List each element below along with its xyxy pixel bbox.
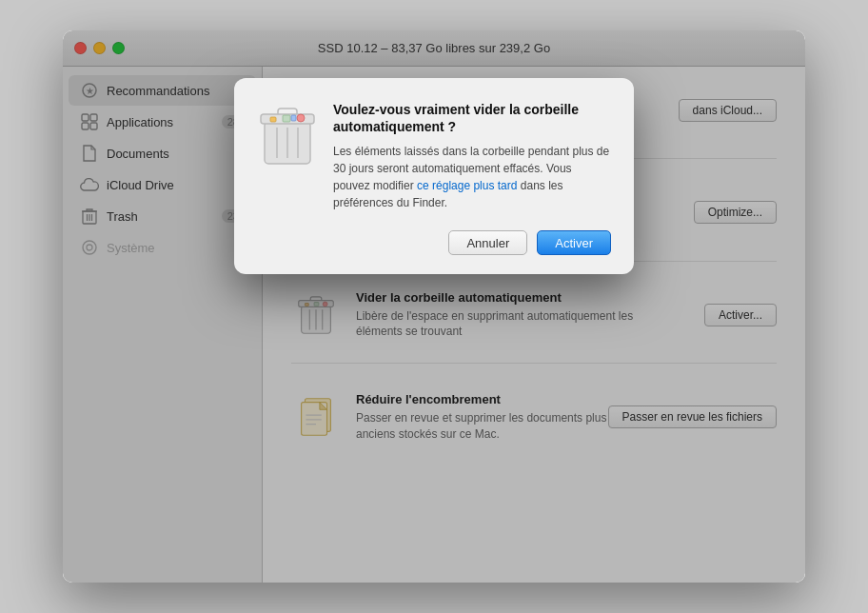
modal-body-link[interactable]: ce réglage plus tard — [417, 179, 517, 192]
modal-top: Voulez-vous vraiment vider la corbeille … — [257, 101, 611, 211]
modal-activate-button[interactable]: Activer — [537, 230, 611, 255]
modal-body: Les éléments laissés dans la corbeille p… — [333, 143, 611, 211]
modal-overlay: Voulez-vous vraiment vider la corbeille … — [63, 30, 805, 583]
svg-rect-35 — [283, 115, 290, 122]
modal-trash-icon — [257, 101, 318, 162]
modal-title: Voulez-vous vraiment vider la corbeille … — [333, 101, 611, 135]
main-window: SSD 10.12 – 83,37 Go libres sur 239,2 Go… — [63, 30, 805, 583]
modal-text-area: Voulez-vous vraiment vider la corbeille … — [333, 101, 611, 211]
svg-rect-37 — [291, 115, 296, 121]
svg-rect-34 — [270, 117, 276, 122]
modal-buttons: Annuler Activer — [257, 230, 611, 255]
confirmation-modal: Voulez-vous vraiment vider la corbeille … — [234, 78, 634, 274]
svg-point-36 — [297, 114, 305, 122]
cancel-button[interactable]: Annuler — [448, 230, 527, 255]
